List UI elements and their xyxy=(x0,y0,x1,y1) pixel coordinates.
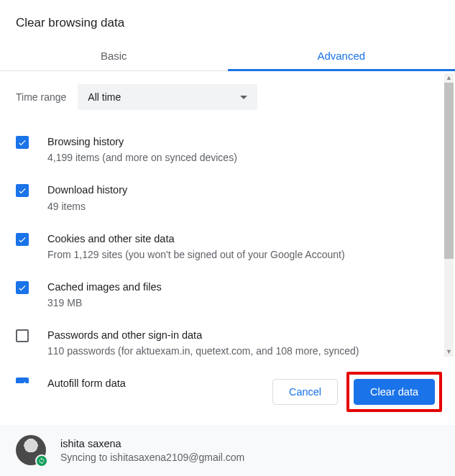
tab-advanced[interactable]: Advanced xyxy=(228,40,456,70)
options-list: Browsing history 4,199 items (and more o… xyxy=(16,116,439,391)
scroll-up-icon[interactable]: ▲ xyxy=(444,73,454,83)
sync-icon xyxy=(35,454,48,467)
option-subtitle: 319 MB xyxy=(47,296,162,311)
checkbox-cached[interactable] xyxy=(16,281,29,294)
option-title: Download history xyxy=(47,183,127,197)
option-download-history: Download history 49 items xyxy=(16,173,439,221)
time-range-label: Time range xyxy=(16,91,66,103)
sync-footer: ishita saxena Syncing to ishitasaxena210… xyxy=(0,425,455,476)
scrollbar-thumb[interactable] xyxy=(444,83,454,259)
option-subtitle: 4,199 items (and more on synced devices) xyxy=(47,150,237,165)
option-subtitle: 110 passwords (for aktuexam.in, quetext.… xyxy=(47,344,359,359)
options-scroll-area: Time range All time Browsing history 4,1… xyxy=(0,71,455,359)
option-title: Browsing history xyxy=(47,134,237,149)
checkbox-passwords[interactable] xyxy=(16,329,29,342)
avatar xyxy=(16,435,46,465)
checkbox-cookies[interactable] xyxy=(16,233,29,246)
time-range-value: All time xyxy=(88,91,121,103)
clear-browsing-data-dialog: Clear browsing data Basic Advanced Time … xyxy=(0,0,455,476)
option-cached: Cached images and files 319 MB xyxy=(16,270,439,318)
checkbox-download-history[interactable] xyxy=(16,184,29,197)
option-browsing-history: Browsing history 4,199 items (and more o… xyxy=(16,124,439,173)
user-info: ishita saxena Syncing to ishitasaxena210… xyxy=(60,438,244,463)
scroll-down-icon[interactable]: ▼ xyxy=(444,347,454,357)
user-name: ishita saxena xyxy=(60,438,244,449)
option-passwords: Passwords and other sign-in data 110 pas… xyxy=(16,318,439,366)
dialog-title: Clear browsing data xyxy=(0,0,455,40)
option-autofill: Autofill form data xyxy=(16,366,439,390)
sync-status: Syncing to ishitasaxena2109@gmail.com xyxy=(60,452,244,463)
tab-basic[interactable]: Basic xyxy=(0,40,228,70)
time-range-select[interactable]: All time xyxy=(78,84,257,110)
dropdown-icon xyxy=(240,96,247,99)
option-subtitle: From 1,129 sites (you won't be signed ou… xyxy=(47,247,345,262)
tabs: Basic Advanced xyxy=(0,40,455,71)
option-subtitle: 49 items xyxy=(47,199,127,214)
option-cookies: Cookies and other site data From 1,129 s… xyxy=(16,221,439,270)
option-title: Cookies and other site data xyxy=(47,232,345,246)
option-title: Autofill form data xyxy=(47,376,126,390)
option-title: Passwords and other sign-in data xyxy=(47,328,359,342)
checkbox-browsing-history[interactable] xyxy=(16,136,29,149)
time-range-row: Time range All time xyxy=(16,71,439,116)
checkbox-autofill[interactable] xyxy=(16,377,29,383)
option-title: Cached images and files xyxy=(47,280,162,294)
scrollbar[interactable]: ▲ ▼ xyxy=(444,73,454,357)
